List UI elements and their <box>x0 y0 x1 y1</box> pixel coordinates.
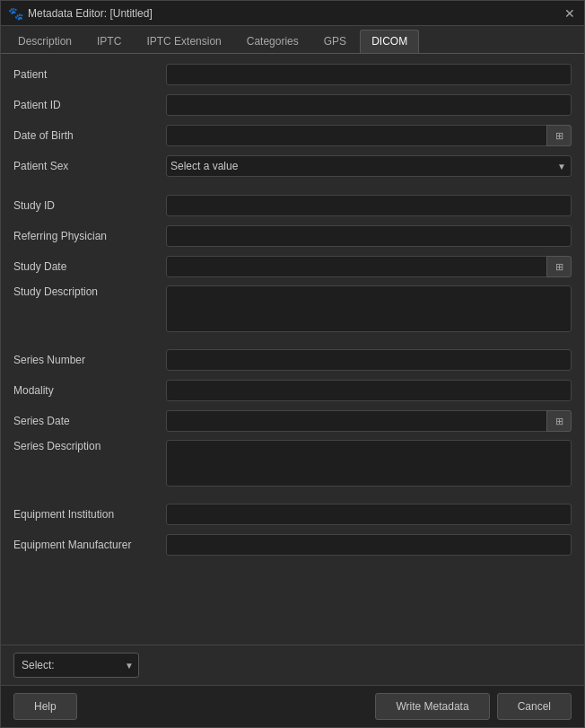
series-date-wrapper: ⊞ <box>166 410 572 432</box>
tab-description[interactable]: Description <box>6 30 83 53</box>
study-description-label: Study Description <box>13 285 166 298</box>
dob-wrapper: ⊞ <box>166 125 572 146</box>
equipment-institution-row: Equipment Institution <box>13 503 572 526</box>
modality-label: Modality <box>13 384 166 397</box>
divider-2 <box>13 339 572 348</box>
equipment-institution-label: Equipment Institution <box>13 508 166 521</box>
equipment-institution-input[interactable] <box>166 504 572 525</box>
series-number-label: Series Number <box>13 354 166 366</box>
write-metadata-button[interactable]: Write Metadata <box>375 693 489 720</box>
series-number-input[interactable] <box>166 349 572 371</box>
close-button[interactable]: ✕ <box>563 6 577 21</box>
series-description-input[interactable] <box>166 440 572 487</box>
study-date-calendar-button[interactable]: ⊞ <box>546 256 572 277</box>
window-title: Metadata Editor: [Untitled] <box>28 7 153 20</box>
title-bar: 🐾 Metadata Editor: [Untitled] ✕ <box>1 1 584 26</box>
equipment-manufacturer-row: Equipment Manufacturer <box>13 533 572 557</box>
app-icon: 🐾 <box>8 6 22 21</box>
series-description-row: Series Description <box>13 440 572 487</box>
footer-right: Write Metadata Cancel <box>375 693 572 720</box>
equipment-manufacturer-label: Equipment Manufacturer <box>13 539 166 551</box>
footer-bar: Help Write Metadata Cancel <box>1 685 584 727</box>
series-date-input[interactable] <box>166 410 572 432</box>
select-dropdown-wrapper: Select: ▼ <box>13 653 139 678</box>
patient-id-label: Patient ID <box>13 99 166 111</box>
content-area: Patient Patient ID Date of Birth ⊞ Patie… <box>1 54 584 645</box>
equipment-manufacturer-input[interactable] <box>166 534 572 556</box>
main-window: 🐾 Metadata Editor: [Untitled] ✕ Descript… <box>0 0 585 728</box>
patient-id-row: Patient ID <box>13 93 572 117</box>
divider-3 <box>13 494 572 503</box>
study-id-input[interactable] <box>166 195 572 216</box>
patient-label: Patient <box>13 68 166 81</box>
bottom-select-bar: Select: ▼ <box>1 645 584 685</box>
referring-physician-row: Referring Physician <box>13 224 572 248</box>
patient-sex-row: Patient Sex Select a value Male Female O… <box>13 154 572 178</box>
tab-gps[interactable]: GPS <box>312 30 358 53</box>
dob-calendar-button[interactable]: ⊞ <box>546 125 572 146</box>
series-date-row: Series Date ⊞ <box>13 409 572 433</box>
study-date-row: Study Date ⊞ <box>13 255 572 278</box>
patient-row: Patient <box>13 63 572 86</box>
tab-categories[interactable]: Categories <box>235 30 310 53</box>
dob-label: Date of Birth <box>13 129 166 142</box>
series-description-label: Series Description <box>13 440 166 452</box>
series-number-row: Series Number <box>13 348 572 372</box>
referring-physician-label: Referring Physician <box>13 230 166 242</box>
series-date-label: Series Date <box>13 415 166 427</box>
patient-id-input[interactable] <box>166 94 572 116</box>
study-date-wrapper: ⊞ <box>166 256 572 277</box>
patient-input[interactable] <box>166 64 572 85</box>
bottom-select[interactable]: Select: <box>13 653 139 678</box>
study-date-label: Study Date <box>13 260 166 273</box>
tab-iptc[interactable]: IPTC <box>85 30 133 53</box>
study-description-row: Study Description <box>13 285 572 332</box>
dob-row: Date of Birth ⊞ <box>13 124 572 147</box>
tab-iptc-extension[interactable]: IPTC Extension <box>135 30 232 53</box>
cancel-button[interactable]: Cancel <box>497 693 572 720</box>
patient-sex-wrapper: Select a value Male Female Other ▼ <box>166 155 572 177</box>
study-date-input[interactable] <box>166 256 572 277</box>
tab-dicom[interactable]: DICOM <box>360 30 419 53</box>
divider-1 <box>13 185 572 194</box>
divider-4 <box>13 564 572 573</box>
modality-row: Modality <box>13 379 572 402</box>
study-id-row: Study ID <box>13 194 572 217</box>
referring-physician-input[interactable] <box>166 225 572 247</box>
study-id-label: Study ID <box>13 199 166 212</box>
series-date-calendar-button[interactable]: ⊞ <box>546 410 572 432</box>
modality-input[interactable] <box>166 380 572 401</box>
title-bar-left: 🐾 Metadata Editor: [Untitled] <box>8 6 153 21</box>
help-button[interactable]: Help <box>13 693 77 720</box>
tab-bar: Description IPTC IPTC Extension Categori… <box>1 26 584 54</box>
patient-sex-select[interactable]: Select a value Male Female Other <box>166 155 572 177</box>
dob-input[interactable] <box>166 125 572 146</box>
patient-sex-label: Patient Sex <box>13 160 166 172</box>
study-description-input[interactable] <box>166 285 572 332</box>
